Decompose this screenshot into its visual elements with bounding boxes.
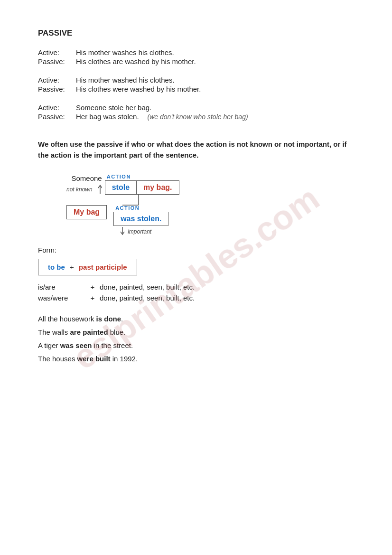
diagram-verb-box-2: was stolen. [113, 212, 168, 226]
form-row2-right: done, painted, seen, built, etc. [100, 294, 195, 302]
page-title: PASSIVE [38, 28, 354, 38]
active-sentence-3: Someone stole her bag. [76, 103, 151, 112]
diagram-object-box-1: my bag. [136, 180, 179, 195]
final-example-4-rest: in 1992. [111, 355, 138, 363]
final-example-1: All the housework is done. [38, 313, 354, 325]
passive-sentence-1: His clothes are washed by his mother. [76, 57, 196, 66]
final-example-1-bold: is done [96, 315, 121, 323]
active-label-3: Active: [38, 103, 76, 112]
form-table-row-2: was/were + done, painted, seen, built, e… [38, 294, 354, 302]
action-label-2: ACTION [115, 205, 140, 211]
form-section: Form: to be + past participle is/are + d… [38, 246, 354, 302]
form-label: Form: [38, 246, 354, 254]
form-table-row-1: is/are + done, painted, seen, built, etc… [38, 283, 354, 291]
final-example-2: The walls are painted blue. [38, 327, 354, 338]
example-row-passive-1: Passive: His clothes are washed by his m… [38, 57, 354, 66]
final-example-4: The houses were built in 1992. [38, 353, 354, 365]
passive-sentence-3: Her bag was stolen. [76, 113, 139, 121]
passive-note-3: (we don't know who stole her bag) [148, 113, 248, 121]
diagram-section: Someone not known ACTION stole my bag. [66, 174, 266, 236]
example-block-2: Active: His mother washed his clothes. P… [38, 76, 354, 93]
form-pp: past participle [79, 263, 127, 271]
form-row1-right: done, painted, seen, built, etc. [100, 283, 195, 291]
final-example-1-rest: . [121, 315, 123, 323]
action-label-1: ACTION [107, 174, 131, 179]
example-block-1: Active: His mother washes his clothes. P… [38, 48, 354, 66]
final-example-3: A tiger was seen in the street. [38, 340, 354, 351]
final-example-2-text: The walls [38, 328, 70, 336]
final-example-4-text: The houses [38, 355, 77, 363]
final-example-2-rest: blue. [108, 328, 126, 336]
diagram-verb-box-1: stole [105, 180, 136, 195]
final-example-2-bold: are painted [70, 328, 108, 336]
example-row-passive-2: Passive: His clothes were washed by his … [38, 85, 354, 93]
form-box: to be + past participle [38, 259, 137, 275]
active-sentence-1: His mother washes his clothes. [76, 48, 174, 56]
example-row-passive-3: Passive: Her bag was stolen. (we don't k… [38, 113, 354, 121]
passive-label-1: Passive: [38, 57, 76, 66]
example-block-3: Active: Someone stole her bag. Passive: … [38, 103, 354, 121]
final-example-3-rest: in the street. [92, 341, 133, 349]
active-sentence-2: His mother washed his clothes. [76, 76, 175, 84]
final-example-3-bold: was seen [60, 341, 92, 349]
passive-label-2: Passive: [38, 85, 76, 93]
form-table: is/are + done, painted, seen, built, etc… [38, 283, 354, 302]
active-label-1: Active: [38, 48, 76, 56]
form-row2-left: was/were [38, 294, 85, 302]
important-arrow-icon [118, 227, 127, 236]
active-label-2: Active: [38, 76, 76, 84]
example-row-active-2: Active: His mother washed his clothes. [38, 76, 354, 84]
passive-sentence-2: His clothes were washed by his mother. [76, 85, 201, 93]
diagram-subject-box-2: My bag [66, 205, 107, 219]
passive-label-3: Passive: [38, 113, 76, 121]
final-example-4-bold: were built [77, 355, 111, 363]
not-known-label: not known [66, 186, 93, 193]
final-example-1-text: All the housework [38, 315, 96, 323]
form-row2-plus: + [85, 294, 100, 302]
final-examples: All the housework is done. The walls are… [38, 313, 354, 365]
explanation-text: We often use the passive if who or what … [38, 139, 354, 160]
example-row-active-1: Active: His mother washes his clothes. [38, 48, 354, 56]
form-row1-plus: + [85, 283, 100, 291]
important-label: important [128, 228, 151, 235]
form-row1-left: is/are [38, 283, 85, 291]
form-plus-symbol: + [70, 263, 74, 271]
form-be: to be [48, 263, 65, 271]
example-row-active-3: Active: Someone stole her bag. [38, 103, 354, 112]
final-example-3-text: A tiger [38, 341, 60, 349]
not-known-arrow-icon [93, 184, 102, 195]
